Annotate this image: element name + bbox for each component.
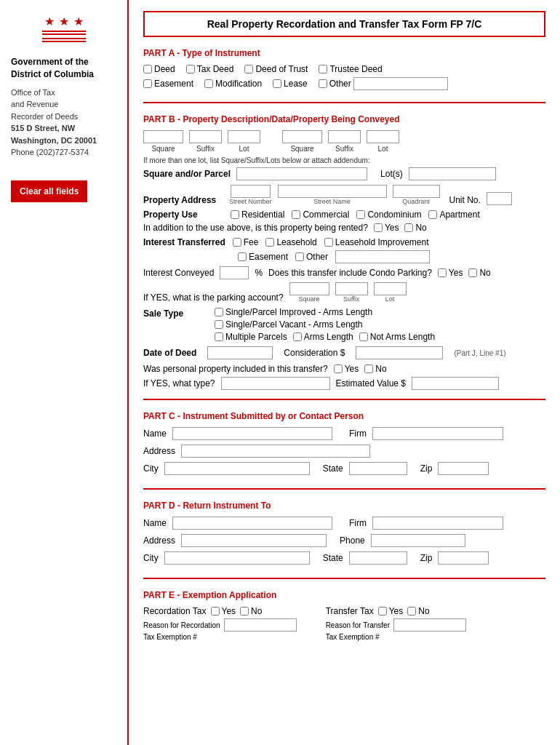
easement2-checkbox[interactable]	[238, 252, 247, 261]
pp-type-label: If YES, what type?	[143, 378, 215, 389]
rental-no-checkbox[interactable]	[404, 223, 413, 232]
condominium-checkbox[interactable]	[356, 210, 365, 219]
deed-of-trust-label: Deed of Trust	[255, 64, 308, 74]
suffix-input-2[interactable]	[328, 130, 361, 143]
part-d-phone-input[interactable]	[371, 534, 465, 547]
part-c-state-input[interactable]	[349, 462, 407, 475]
lot-field-1: Lot	[228, 130, 260, 153]
other2-checkbox[interactable]	[295, 252, 304, 261]
multiple-parcels-checkbox[interactable]	[215, 332, 223, 341]
part-a-checkboxes-row1: Deed Tax Deed Deed of Trust Trustee Deed	[143, 64, 545, 74]
flag-stripes	[42, 31, 86, 36]
leasehold-label: Leasehold	[276, 237, 316, 247]
suffix-input-1[interactable]	[189, 130, 222, 143]
condo-parking-yes-checkbox[interactable]	[438, 268, 447, 277]
recordation-tax-label: Recordation Tax	[143, 606, 207, 616]
other-text-input[interactable]	[353, 77, 448, 90]
lots-input[interactable]	[409, 167, 496, 180]
tax-exemption-recordation-row: Tax Exemption #	[143, 633, 297, 641]
multiple-parcels-item: Multiple Parcels	[215, 332, 287, 342]
trans-no-item: No	[407, 606, 429, 616]
apartment-checkbox[interactable]	[428, 210, 437, 219]
deed-of-trust-checkbox[interactable]	[244, 65, 253, 73]
part-d-state-input[interactable]	[349, 551, 407, 565]
lease-checkbox[interactable]	[273, 79, 281, 88]
reason-transfer-input[interactable]	[393, 618, 466, 632]
deed-checkbox[interactable]	[143, 65, 152, 73]
lot-input-1[interactable]	[228, 130, 260, 143]
arms-length-checkbox[interactable]	[293, 332, 302, 341]
personal-property-yes-checkbox[interactable]	[334, 364, 343, 373]
multiple-parcels-label: Multiple Parcels	[225, 332, 287, 342]
parcel-input[interactable]	[236, 167, 367, 180]
part-c-address-input[interactable]	[181, 445, 370, 458]
estimated-value-input[interactable]	[412, 377, 499, 390]
trustee-deed-checkbox[interactable]	[319, 65, 327, 73]
residential-checkbox[interactable]	[231, 210, 239, 219]
quadrant-input[interactable]	[393, 185, 440, 198]
part-d-city-label: City	[143, 553, 159, 563]
part-e-recordation-col: Recordation Tax Yes No Reason for Record…	[143, 606, 297, 641]
date-of-deed-input[interactable]	[207, 346, 273, 359]
square-input-2[interactable]	[282, 130, 322, 143]
lease-label: Lease	[284, 79, 308, 89]
easement-checkbox[interactable]	[143, 79, 152, 88]
unit-no-input[interactable]	[487, 192, 512, 205]
not-arms-length-item: Not Arms Length	[359, 332, 435, 342]
recordation-yes-checkbox[interactable]	[211, 607, 220, 615]
clear-all-fields-button[interactable]: Clear all fields	[11, 180, 87, 202]
main-form: Real Property Recordation and Transfer T…	[127, 0, 560, 745]
part-d-address-input[interactable]	[181, 534, 327, 547]
reason-recordation-input[interactable]	[224, 618, 297, 632]
easement2-label: Easement	[249, 252, 288, 262]
other-checkbox[interactable]	[319, 79, 327, 88]
rental-yes-checkbox[interactable]	[374, 223, 383, 232]
other2-label: Other	[306, 252, 328, 262]
condo-parking-no-checkbox[interactable]	[468, 268, 477, 277]
pp-type-input[interactable]	[221, 377, 330, 390]
transfer-no-checkbox[interactable]	[407, 607, 416, 615]
part-d-zip-input[interactable]	[438, 551, 489, 565]
parking-lot-input[interactable]	[374, 282, 407, 295]
interest-conveyed-pct-input[interactable]	[220, 266, 249, 279]
parking-square-input[interactable]	[289, 282, 329, 295]
other2-text-input[interactable]	[335, 250, 430, 263]
property-use-label: Property Use	[143, 210, 223, 220]
fee-checkbox[interactable]	[233, 238, 241, 247]
part-d-city-input[interactable]	[164, 551, 310, 565]
sidebar: ★ ★ ★ Government of the District of Colu…	[0, 0, 127, 745]
personal-property-no-checkbox[interactable]	[364, 364, 373, 373]
commercial-checkbox[interactable]	[292, 210, 300, 219]
part-e-content: Recordation Tax Yes No Reason for Record…	[143, 606, 545, 641]
rental-yes-label: Yes	[385, 223, 399, 233]
leasehold-checkbox[interactable]	[265, 238, 274, 247]
part-c-city-row: City State Zip	[143, 462, 545, 475]
trans-no-label: No	[418, 606, 429, 616]
leasehold-improvement-checkbox[interactable]	[324, 238, 333, 247]
part-d-address-label: Address	[143, 535, 175, 546]
not-arms-length-checkbox[interactable]	[359, 332, 368, 341]
part-d-firm-input[interactable]	[372, 517, 503, 530]
tax-exemption-trans-label: Tax Exemption #	[326, 633, 380, 641]
part-c-zip-input[interactable]	[438, 462, 489, 475]
address-label: Property Address	[143, 195, 223, 205]
square-input-1[interactable]	[143, 130, 183, 143]
street-name-input[interactable]	[278, 185, 387, 198]
tax-deed-checkbox[interactable]	[186, 65, 195, 73]
street-number-input[interactable]	[231, 185, 271, 198]
part-c-name-input[interactable]	[172, 427, 332, 440]
single-vacant-label: Single/Parcel Vacant - Arms Length	[225, 319, 363, 330]
single-vacant-checkbox[interactable]	[215, 320, 223, 329]
transfer-yes-checkbox[interactable]	[378, 607, 387, 615]
part-c-firm-input[interactable]	[372, 427, 503, 440]
consideration-input[interactable]	[356, 346, 443, 359]
modification-checkbox[interactable]	[204, 79, 213, 88]
rec-no-label: No	[251, 606, 262, 616]
single-improved-checkbox[interactable]	[215, 308, 223, 316]
part-d-name-input[interactable]	[172, 517, 332, 530]
recordation-no-checkbox[interactable]	[240, 607, 249, 615]
part-c-city-input[interactable]	[164, 462, 310, 475]
lot-input-2[interactable]	[367, 130, 399, 143]
parking-suffix-input[interactable]	[335, 282, 368, 295]
suffix-field-2: Suffix	[328, 130, 361, 153]
